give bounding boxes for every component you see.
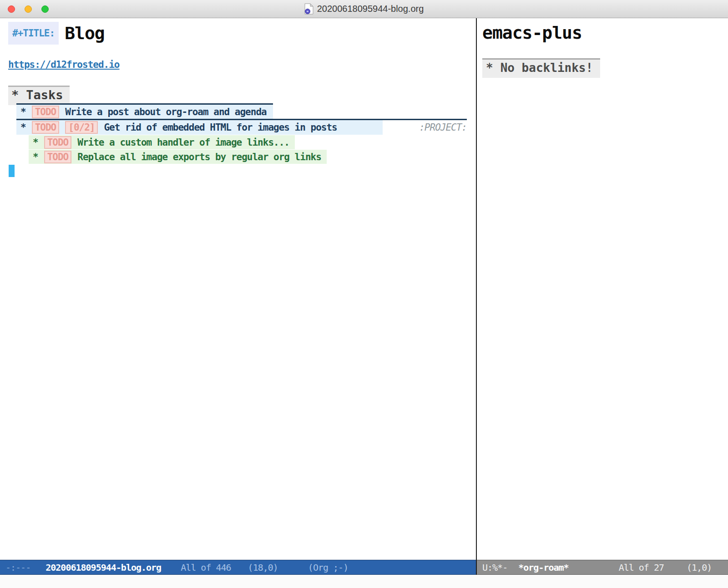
todo-keyword[interactable]: TODO [32, 121, 60, 134]
org-file-window: #+TITLE: Blog https://d12frosted.io * Ta… [0, 18, 476, 575]
page-title: Blog [65, 23, 105, 43]
heading-label: Tasks [26, 88, 63, 102]
org-title-keyword: #+TITLE: [8, 22, 59, 45]
heading-star: * [20, 106, 26, 117]
heading-star: * [486, 61, 493, 75]
modeline-buffer-name[interactable]: *org-roam* [518, 562, 568, 573]
echo-area[interactable] [0, 575, 728, 588]
org-roam-note-title: emacs-plus [482, 23, 582, 43]
close-button[interactable] [8, 5, 15, 13]
heading-star: * [11, 88, 19, 102]
text-cursor [9, 165, 15, 177]
todo-keyword[interactable]: TODO [32, 106, 60, 118]
emacs-window: 20200618095944-blog.org #+TITLE: Blog ht… [0, 0, 728, 588]
minimize-button[interactable] [25, 5, 32, 13]
heading-no-backlinks[interactable]: * No backlinks! [482, 58, 600, 78]
org-hyperlink[interactable]: https://d12frosted.io [8, 59, 120, 70]
modeline-buffer-name[interactable]: 20200618095944-blog.org [46, 562, 161, 573]
heading-star: * [33, 137, 38, 148]
todo-heading-embedded-html[interactable]: * TODO [0/2] Get rid of embedded HTML fo… [16, 119, 467, 135]
modeline-flags: U:%*- [482, 562, 507, 573]
org-file-buffer[interactable]: #+TITLE: Blog https://d12frosted.io * Ta… [0, 18, 476, 560]
modeline-scroll-position: All of 27 [619, 562, 664, 573]
modeline-cursor-position: (18,0) [248, 562, 278, 573]
todo-subheading-custom-handler[interactable]: * TODO Write a custom handler of image l… [29, 135, 295, 149]
document-icon [304, 3, 313, 15]
modeline-cursor-position: (1,0) [687, 562, 712, 573]
todo-subheading-replace-exports[interactable]: * TODO Replace all image exports by regu… [29, 150, 327, 164]
todo-title: Replace all image exports by regular org… [77, 152, 321, 162]
heading-star: * [20, 122, 26, 133]
todo-progress-cookie[interactable]: [0/2] [65, 121, 98, 134]
zoom-button[interactable] [41, 5, 49, 13]
org-roam-window: emacs-plus * No backlinks! U:%*- *org-ro… [477, 18, 728, 575]
modeline-flags: -:--- [5, 562, 30, 573]
todo-title: Get rid of embedded HTML for images in p… [104, 122, 337, 133]
frame-body: #+TITLE: Blog https://d12frosted.io * Ta… [0, 18, 728, 575]
window-title: 20200618095944-blog.org [317, 4, 424, 14]
heading-tasks[interactable]: * Tasks [8, 86, 70, 105]
modeline-scroll-position: All of 446 [181, 562, 231, 573]
todo-heading-highlight: * TODO [0/2] Get rid of embedded HTML fo… [16, 120, 383, 135]
org-roam-buffer[interactable]: emacs-plus * No backlinks! [477, 18, 728, 560]
heading-label: No backlinks! [500, 61, 593, 75]
todo-keyword[interactable]: TODO [44, 136, 72, 149]
heading-star: * [33, 152, 38, 162]
modeline-org-roam: U:%*- *org-roam* All of 27 (1,0) [477, 560, 728, 575]
todo-title: Write a post about org-roam and agenda [65, 106, 266, 117]
org-tag-project[interactable]: :PROJECT: [419, 122, 467, 133]
org-title-line: #+TITLE: Blog [8, 22, 105, 45]
todo-title: Write a custom handler of image links... [77, 137, 289, 148]
modeline-major-mode[interactable]: (Org ;-) [308, 562, 348, 573]
todo-heading-org-roam-agenda[interactable]: * TODO Write a post about org-roam and a… [16, 103, 273, 119]
modeline-org-file: -:--- 20200618095944-blog.org All of 446… [0, 560, 476, 575]
todo-keyword[interactable]: TODO [44, 151, 72, 163]
traffic-lights [8, 5, 49, 13]
window-title-group: 20200618095944-blog.org [304, 3, 424, 15]
titlebar: 20200618095944-blog.org [0, 0, 728, 18]
